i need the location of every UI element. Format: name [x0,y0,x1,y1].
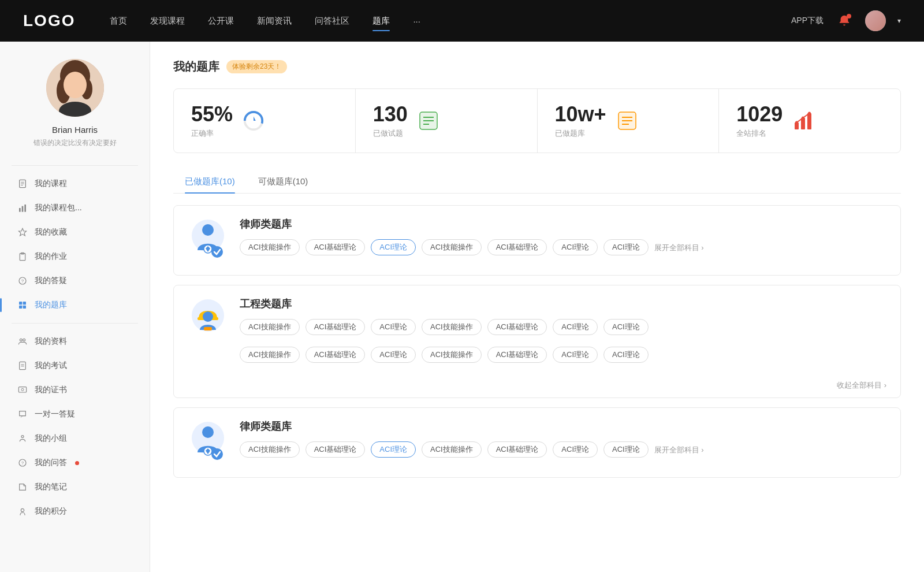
persons-icon [17,336,28,347]
tab-done-banks[interactable]: 已做题库(10) [173,170,247,193]
sidebar-item-1on1[interactable]: 一对一答疑 [0,402,150,426]
svg-rect-27 [18,387,26,392]
orange-list-icon [616,110,638,132]
bar-chart-icon [17,203,28,213]
nav-courses[interactable]: 发现课程 [150,13,185,29]
logo[interactable]: LOGO [23,12,75,30]
sidebar-item-group[interactable]: 我的小组 [0,426,150,451]
tag-eng-r1-0[interactable]: ACI技能操作 [240,319,300,335]
tag-eng-r2-1[interactable]: ACI基础理论 [305,347,366,363]
svg-point-56 [203,311,213,322]
nav-qa[interactable]: 问答社区 [315,13,349,29]
sidebar-item-materials[interactable]: 我的资料 [0,329,150,354]
question-icon: ? [17,458,28,468]
tab-available-banks[interactable]: 可做题库(10) [247,170,320,193]
qbank-icon-lawyer-1 [188,217,228,263]
sidebar-item-certificate[interactable]: 我的证书 [0,378,150,402]
accuracy-value: 55% [191,103,233,126]
certificate-icon [17,385,28,395]
stat-accuracy: 55% 正确率 [174,89,356,153]
tag-lawyer2-0[interactable]: ACI技能操作 [240,441,300,458]
sidebar-item-label-notes: 我的笔记 [35,482,67,492]
tag-eng-r2-6[interactable]: ACI理论 [603,347,649,363]
sidebar-item-label-questions: 我的问答 [35,458,67,468]
tag-eng-r2-4[interactable]: ACI基础理论 [487,347,547,363]
nav-home[interactable]: 首页 [110,13,127,29]
svg-text:?: ? [21,460,24,466]
app-download-link[interactable]: APP下载 [791,16,824,26]
tag-lawyer1-0[interactable]: ACI技能操作 [240,239,300,255]
tag-lawyer2-5[interactable]: ACI理论 [553,441,598,458]
nav-more[interactable]: ··· [413,14,420,28]
notification-dot [847,14,851,18]
sidebar-item-homework[interactable]: 我的作业 [0,244,150,269]
collapse-link-engineer[interactable]: 收起全部科目 › [837,380,886,391]
banks-done-icon [616,109,639,132]
notification-bell[interactable] [835,12,854,30]
qbank-title-engineer: 工程类题库 [240,297,886,311]
sidebar-item-course-packages[interactable]: 我的课程包... [0,196,150,220]
tag-lawyer2-3[interactable]: ACI技能操作 [422,441,482,458]
questions-done-icon [417,109,440,132]
sidebar-item-my-qbank[interactable]: 我的题库 [0,293,150,317]
sidebar-item-questions[interactable]: ? 我的问答 [0,451,150,475]
sidebar-item-label-exams: 我的考试 [35,361,67,371]
sidebar: Brian Harris 错误的决定比没有决定要好 我的课程 我的课程包... [0,42,150,572]
chevron-down-icon[interactable]: ▾ [897,17,901,25]
qbank-card-lawyer-2: 律师类题库 ACI技能操作 ACI基础理论 ACI理论 ACI技能操作 ACI基… [173,407,901,478]
tag-lawyer2-4[interactable]: ACI基础理论 [487,441,547,458]
tag-eng-r1-3[interactable]: ACI技能操作 [422,319,482,335]
sidebar-item-qa[interactable]: ? 我的答疑 [0,269,150,293]
qbank-icon-engineer [188,297,228,343]
svg-point-47 [795,121,798,124]
sidebar-item-favorites[interactable]: 我的收藏 [0,220,150,244]
sidebar-item-points[interactable]: 我的积分 [0,499,150,523]
tag-eng-r2-5[interactable]: ACI理论 [553,347,598,363]
sidebar-item-exams[interactable]: 我的考试 [0,354,150,378]
nav-open-course[interactable]: 公开课 [208,13,234,29]
unread-dot [75,461,79,465]
tag-eng-r2-0[interactable]: ACI技能操作 [240,347,300,363]
chat-icon [17,409,28,419]
exam-icon [17,361,28,371]
tag-eng-r2-3[interactable]: ACI技能操作 [422,347,482,363]
sidebar-item-label-favorites: 我的收藏 [35,227,67,237]
grid-icon [17,300,28,310]
rank-label: 全站排名 [736,128,783,139]
tag-lawyer2-6[interactable]: ACI理论 [603,441,649,458]
tag-lawyer1-6[interactable]: ACI理论 [603,239,649,255]
engineer-icon [189,298,227,341]
tag-eng-r1-1[interactable]: ACI基础理论 [305,319,366,335]
tag-lawyer1-3[interactable]: ACI技能操作 [422,239,482,255]
svg-point-4 [64,72,87,98]
svg-point-53 [211,246,223,258]
sidebar-item-my-courses[interactable]: 我的课程 [0,172,150,196]
qbank-title-lawyer-2: 律师类题库 [240,419,886,433]
tag-lawyer1-1[interactable]: ACI基础理论 [305,239,366,255]
tag-lawyer1-4[interactable]: ACI基础理论 [487,239,547,255]
qbank-info-lawyer-1: 律师类题库 ACI技能操作 ACI基础理论 ACI理论 ACI技能操作 ACI基… [240,217,886,261]
tag-eng-r2-2[interactable]: ACI理论 [371,347,416,363]
tag-eng-r1-2[interactable]: ACI理论 [371,319,416,335]
tag-eng-r1-6[interactable]: ACI理论 [603,319,649,335]
avatar-image [46,59,104,117]
user-avatar-header[interactable] [865,10,886,31]
tag-eng-r1-4[interactable]: ACI基础理论 [487,319,547,335]
tag-lawyer1-2[interactable]: ACI理论 [371,239,416,255]
lawyer-icon-2 [189,421,227,464]
sidebar-item-label-group: 我的小组 [35,433,67,444]
user-motto: 错误的决定比没有决定要好 [33,138,117,148]
tag-lawyer1-5[interactable]: ACI理论 [553,239,598,255]
sidebar-item-notes[interactable]: 我的笔记 [0,475,150,499]
nav-news[interactable]: 新闻资讯 [257,13,292,29]
svg-rect-46 [807,113,811,129]
tag-lawyer2-1[interactable]: ACI基础理论 [305,441,366,458]
tag-eng-r1-5[interactable]: ACI理论 [553,319,598,335]
expand-link-lawyer1[interactable]: 展开全部科目 › [654,243,704,255]
user-name: Brian Harris [52,125,98,135]
svg-rect-20 [19,306,22,309]
expand-link-lawyer2[interactable]: 展开全部科目 › [654,445,704,458]
nav-qbank[interactable]: 题库 [372,13,390,29]
svg-rect-11 [22,206,24,212]
tag-lawyer2-2[interactable]: ACI理论 [371,441,416,458]
